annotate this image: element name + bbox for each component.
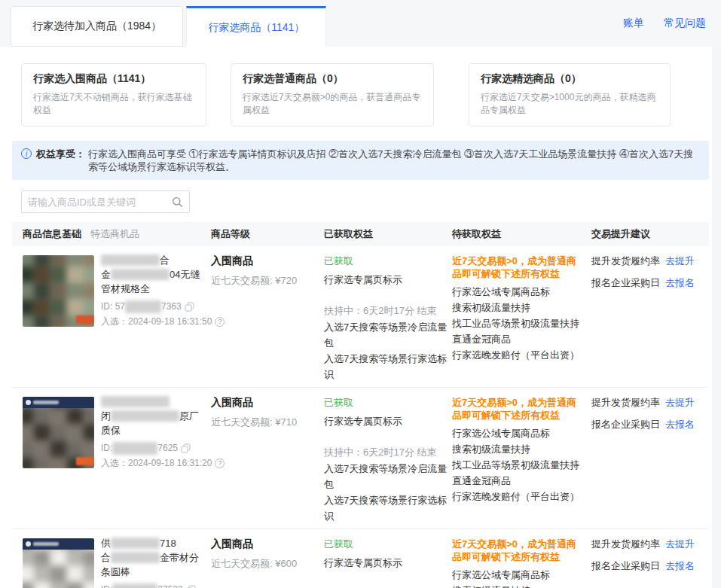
col-header-acquired: 已获取权益 xyxy=(324,227,452,241)
product-row: 合金 04无缝管材规格全 ID: 57 7363 入选：2024-09-18 1… xyxy=(12,246,709,388)
help-circle-icon[interactable]: ? xyxy=(215,459,225,468)
product-title[interactable]: 合金 04无缝管材规格全 xyxy=(101,253,202,296)
product-row: 供 718合 金带材分条圆棒 ID: 37532 入选：2024-09-18 1… xyxy=(12,529,709,588)
selected-label: 入选： xyxy=(101,457,128,470)
product-title[interactable]: 闭 原厂质保 xyxy=(101,395,202,437)
suggestion-label: 提升发货履约率 xyxy=(591,396,660,410)
pending-item: 搜索初级流量扶持 xyxy=(452,583,581,588)
support-countdown: 扶持中：6天2时17分 结束 xyxy=(324,446,452,459)
selected-timestamp: 2024-09-18 16:31:20 xyxy=(128,457,212,470)
main-content: 行家选入围商品（1141） 行家选近7天不动销商品，获行家选基础权益 行家选普通… xyxy=(0,63,721,588)
pending-headline: 近7天交易额>0，成为普通商品即可解锁下述所有权益 xyxy=(452,538,581,563)
pending-headline: 近7天交易额>0，成为普通商品即可解锁下述所有权益 xyxy=(452,254,581,280)
product-id-suffix: 7625 xyxy=(157,442,178,455)
product-id-blur xyxy=(112,583,157,588)
pending-item: 行家选公域专属商品标 xyxy=(452,425,581,441)
subtab-product-info[interactable]: 商品信息基础 xyxy=(23,227,81,241)
product-id: ID: 7625 xyxy=(101,442,202,455)
suggestions-cell: 提升发货履约率去提升报名企业采购日去报名 xyxy=(591,253,709,298)
banner-text-blur xyxy=(33,542,59,546)
copy-icon[interactable] xyxy=(186,585,196,588)
help-glyph: ? xyxy=(218,315,221,328)
product-text-info: 闭 原厂质保 ID: 7625 入选：2024-09-18 16:31:20 ? xyxy=(101,395,202,470)
gmv-7d: 近七天交易额: ¥720 xyxy=(211,274,324,288)
suggestion-action-link[interactable]: 去提升 xyxy=(665,396,695,410)
acquired-status: 已获取 xyxy=(324,396,452,409)
suggestion-label: 报名企业采购日 xyxy=(591,559,660,573)
acquired-status: 已获取 xyxy=(324,254,452,267)
suggestion-line: 报名企业采购日去报名 xyxy=(591,276,704,290)
product-id-prefix: ID: xyxy=(101,583,112,588)
card-normal[interactable]: 行家选普通商品（0） 行家选近7天交易额>0的商品，获普通商品专属权益 xyxy=(231,63,434,126)
acquired-benefit-item: 行家选专属页标示 xyxy=(324,273,452,286)
product-title[interactable]: 供 718合 金带材分条圆棒 xyxy=(101,536,202,579)
suggestion-action-link[interactable]: 去提升 xyxy=(665,538,695,551)
image-badge xyxy=(76,315,94,324)
product-id-prefix: ID: 57 xyxy=(101,300,125,313)
pending-item: 行家选晚发赔付（平台出资） xyxy=(452,489,581,504)
pending-item: 搜索初级流量扶持 xyxy=(452,300,581,315)
card-shortlisted[interactable]: 行家选入围商品（1141） 行家选近7天不动销商品，获行家选基础权益 xyxy=(21,63,206,126)
pending-items: 行家选公域专属商品标搜索初级流量扶持找工业品等场景初级流量扶持直通金冠商品行家选… xyxy=(452,284,581,363)
product-id-blur xyxy=(112,442,157,455)
suggestion-label: 提升发货履约率 xyxy=(591,254,660,268)
subtab-special-opportunity[interactable]: 特选商机品 xyxy=(90,227,139,241)
help-circle-icon[interactable]: ? xyxy=(215,317,225,327)
tab-selected-products[interactable]: 行家选商品（1141） xyxy=(186,6,326,47)
acquired-benefits-cell: 已获取 行家选专属页标示 扶持中：6天2时17分 结束 入选7天搜索等场景冷启流… xyxy=(324,253,452,382)
banner-logo-icon xyxy=(26,400,31,405)
product-row: 闭 原厂质保 ID: 7625 入选：2024-09-18 16:31:20 ?… xyxy=(12,388,709,529)
support-item: 入选7天搜索等场景行家选标识 xyxy=(324,351,452,382)
image-banner xyxy=(23,397,94,408)
pending-item: 行家选公域专属商品标 xyxy=(452,567,581,583)
summary-cards: 行家选入围商品（1141） 行家选近7天不动销商品，获行家选基础权益 行家选普通… xyxy=(21,63,700,126)
grade-cell: 入围商品 近七天交易额: ¥600 xyxy=(211,536,324,571)
copy-icon[interactable] xyxy=(185,302,194,312)
support-items: 入选7天搜索等场景冷启流量包入选7天搜索等场景行家选标识 xyxy=(324,319,452,382)
copy-icon[interactable] xyxy=(181,443,191,453)
pending-benefits-cell: 近7天交易额>0，成为普通商品即可解锁下述所有权益 行家选公域专属商品标搜索初级… xyxy=(452,253,591,363)
product-image[interactable] xyxy=(23,397,94,468)
suggestion-line: 报名企业采购日去报名 xyxy=(591,559,704,573)
product-id: ID: 57 7363 xyxy=(101,300,202,313)
pending-benefits-cell: 近7天交易额>0，成为普通商品即可解锁下述所有权益 行家选公域专属商品标搜索初级… xyxy=(452,395,591,504)
pending-item: 直通金冠商品 xyxy=(452,473,581,489)
product-info-cell: 合金 04无缝管材规格全 ID: 57 7363 入选：2024-09-18 1… xyxy=(23,253,211,328)
product-image[interactable] xyxy=(23,255,94,327)
product-grade: 入围商品 xyxy=(211,538,324,551)
page: 行家选待加入商品（1984） 行家选商品（1141） 账单 常见问题 行家选入围… xyxy=(0,0,721,588)
info-circle-icon: i xyxy=(21,148,32,159)
suggestion-label: 提升发货履约率 xyxy=(591,538,660,551)
suggestion-action-link[interactable]: 去报名 xyxy=(665,276,695,290)
scrollbar-track[interactable] xyxy=(712,47,721,588)
card-premium[interactable]: 行家选精选商品（0） 行家选近7天交易>1000元的商品，获精选商品专属权益 xyxy=(469,63,671,126)
suggestion-action-link[interactable]: 去报名 xyxy=(665,418,695,431)
faq-link[interactable]: 常见问题 xyxy=(664,17,706,30)
search-icon[interactable] xyxy=(172,197,183,208)
col-header-grade: 商品等级 xyxy=(211,227,324,241)
acquired-benefits-cell: 已获取 行家选专属页标示 扶持中：6天2时17分 结束 入选7天搜索等场景冷启流… xyxy=(324,395,452,524)
grade-cell: 入围商品 近七天交易额: ¥710 xyxy=(211,395,324,429)
acquired-benefits-cell: 已获取 行家选专属页标示 扶持中：6天2时16分 结束 入选7天搜索等场景冷启流… xyxy=(324,536,452,588)
support-item: 入选7天搜索等场景行家选标识 xyxy=(324,492,452,524)
notice-label: 权益享受： xyxy=(36,148,85,160)
bill-link[interactable]: 账单 xyxy=(623,17,644,30)
suggestion-action-link[interactable]: 去报名 xyxy=(665,559,695,573)
product-text-info: 供 718合 金带材分条圆棒 ID: 37532 入选：2024-09-18 1… xyxy=(101,536,202,588)
card-title: 行家选精选商品（0） xyxy=(481,72,658,86)
suggestion-action-link[interactable]: 去提升 xyxy=(665,254,695,268)
product-grade: 入围商品 xyxy=(211,396,324,410)
product-info-cell: 闭 原厂质保 ID: 7625 入选：2024-09-18 16:31:20 ? xyxy=(23,395,211,470)
search-input[interactable] xyxy=(22,197,172,208)
pending-items: 行家选公域专属商品标搜索初级流量扶持找工业品等场景初级流量扶持直通金冠商品行家选… xyxy=(452,567,581,588)
gmv-7d: 近七天交易额: ¥600 xyxy=(211,557,324,571)
suggestion-label: 报名企业采购日 xyxy=(591,418,660,431)
banner-text-blur xyxy=(33,401,59,404)
card-desc: 行家选近7天交易额>0的商品，获普通商品专属权益 xyxy=(243,91,422,117)
pending-headline: 近7天交易额>0，成为普通商品即可解锁下述所有权益 xyxy=(452,396,581,422)
tab-pending-products[interactable]: 行家选待加入商品（1984） xyxy=(11,6,183,47)
notice-text: 行家选入围商品可享受 ①行家选专属详情页标识及店招 ②首次入选7天搜索冷启流量包… xyxy=(88,148,700,173)
suggestion-line: 提升发货履约率去提升 xyxy=(591,538,704,551)
suggestions-cell: 提升发货履约率去提升报名企业采购日去报名 xyxy=(591,395,709,440)
product-image[interactable] xyxy=(23,538,94,588)
